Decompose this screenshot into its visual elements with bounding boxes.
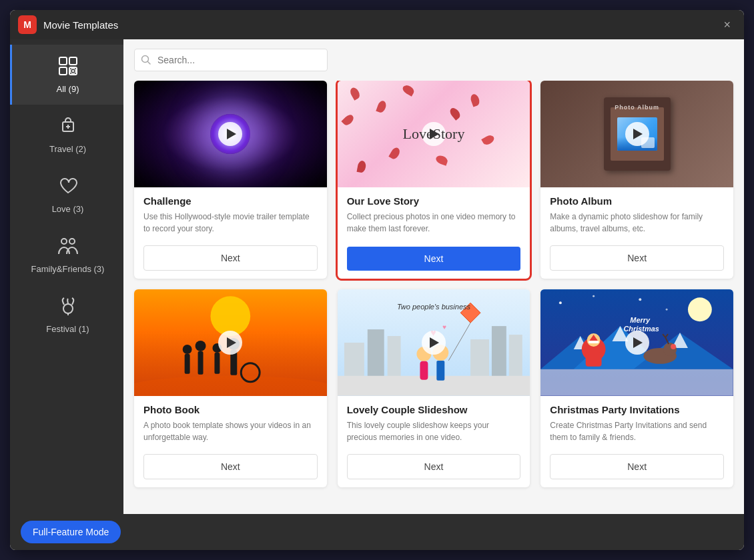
festival-icon: [57, 295, 79, 320]
templates-grid: Challenge Use this Hollywood-style movie…: [123, 81, 744, 514]
template-footer-photobook: Next: [134, 449, 327, 487]
template-footer-christmas: Next: [540, 449, 733, 487]
svg-point-47: [639, 298, 642, 301]
content-area: Challenge Use this Hollywood-style movie…: [123, 39, 744, 514]
template-name-album: Photo Album: [550, 195, 724, 207]
thumb-photobook: [134, 289, 327, 396]
template-card-photobook: Photo Book A photo book template shows y…: [134, 289, 327, 487]
bottom-bar: Full-Feature Mode: [10, 514, 744, 550]
app-logo: M: [18, 15, 37, 34]
svg-point-10: [61, 239, 67, 244]
svg-text:Merry: Merry: [631, 316, 651, 324]
play-button-photobook[interactable]: [218, 331, 242, 355]
template-card-album: Photo Album Photo Album Ma: [540, 81, 733, 279]
template-desc-challenge: Use this Hollywood-style movie trailer t…: [143, 211, 318, 235]
template-name-photobook: Photo Book: [143, 404, 318, 415]
svg-rect-38: [420, 361, 428, 380]
petal: [481, 133, 496, 146]
next-button-album[interactable]: Next: [550, 245, 724, 271]
svg-point-12: [63, 304, 73, 313]
sidebar-item-all[interactable]: All (9): [10, 45, 123, 105]
template-info-photobook: Photo Book A photo book template shows y…: [134, 396, 327, 449]
next-button-couple[interactable]: Next: [347, 454, 521, 479]
petal: [401, 83, 416, 96]
svg-point-18: [183, 345, 192, 354]
sidebar-item-festival[interactable]: Festival (1): [10, 285, 123, 345]
thumb-lovestory: LoveStory: [338, 81, 530, 187]
template-desc-couple: This lovely couple slideshow keeps your …: [347, 419, 521, 443]
template-footer-challenge: Next: [134, 240, 327, 279]
template-info-christmas: Christmas Party Invitations Create Chris…: [540, 396, 733, 449]
petal: [341, 113, 355, 127]
template-footer-lovestory: Next: [338, 241, 530, 279]
svg-point-63: [671, 344, 676, 349]
sidebar: All (9) Travel (2): [10, 39, 123, 514]
album-label-text: Photo Album: [615, 104, 659, 111]
svg-rect-2: [59, 67, 67, 75]
movie-templates-dialog: M Movie Templates × Al: [10, 10, 744, 550]
template-card-christmas: Merry Christmas Christmas Party Invitati…: [540, 289, 733, 487]
svg-point-20: [196, 341, 206, 351]
sidebar-item-travel[interactable]: Travel (2): [10, 105, 123, 165]
petal: [348, 86, 361, 101]
play-button-christmas[interactable]: [625, 331, 649, 355]
sidebar-love-label: Love (3): [52, 204, 84, 214]
search-bar: [123, 39, 744, 81]
svg-text:♥: ♥: [442, 323, 446, 331]
template-footer-album: Next: [540, 240, 733, 279]
search-input[interactable]: [134, 49, 328, 71]
dialog-title: Movie Templates: [43, 19, 718, 31]
svg-rect-19: [185, 354, 190, 374]
template-desc-photobook: A photo book template shows your videos …: [143, 419, 318, 443]
svg-rect-58: [586, 352, 602, 367]
svg-point-45: [559, 301, 562, 304]
svg-rect-23: [214, 353, 220, 374]
svg-rect-60: [589, 341, 599, 343]
lovestory-title-text: LoveStory: [403, 125, 465, 143]
next-button-challenge[interactable]: Next: [143, 245, 318, 271]
template-desc-christmas: Create Christmas Party Invitations and s…: [550, 419, 724, 443]
svg-point-46: [593, 295, 595, 297]
svg-rect-1: [69, 57, 77, 65]
love-icon: [57, 175, 79, 200]
thumb-couple: ♥ ♥ Two people's business: [338, 289, 530, 396]
template-info-album: Photo Album Make a dynamic photo slidesh…: [540, 187, 733, 240]
petal: [356, 160, 366, 173]
template-desc-lovestory: Collect precious photos in one video mem…: [347, 211, 521, 235]
play-button-couple[interactable]: [422, 331, 446, 355]
full-feature-button[interactable]: Full-Feature Mode: [21, 521, 121, 543]
sidebar-item-family[interactable]: Family&Friends (3): [10, 225, 123, 285]
titlebar: M Movie Templates ×: [10, 10, 744, 39]
couple-title-text: Two people's business: [397, 303, 470, 311]
thumb-album: Photo Album: [540, 81, 733, 187]
main-content: All (9) Travel (2): [10, 39, 744, 514]
svg-rect-0: [59, 57, 67, 65]
all-icon: [57, 55, 79, 80]
play-button-album[interactable]: [625, 122, 649, 146]
svg-point-17: [134, 376, 327, 396]
svg-point-44: [688, 297, 712, 321]
next-button-christmas[interactable]: Next: [550, 454, 724, 479]
svg-rect-21: [198, 351, 204, 375]
svg-rect-34: [338, 376, 530, 396]
travel-icon: [57, 115, 79, 140]
template-name-christmas: Christmas Party Invitations: [550, 404, 724, 415]
template-card-lovestory: LoveStory Our Love Story Collect preciou…: [338, 81, 530, 279]
template-footer-couple: Next: [338, 449, 530, 487]
sidebar-festival-label: Festival (1): [46, 324, 89, 334]
next-button-lovestory[interactable]: Next: [347, 247, 521, 271]
next-button-photobook[interactable]: Next: [143, 454, 318, 479]
sidebar-all-label: All (9): [57, 84, 79, 94]
template-info-couple: Lovely Couple Slideshow This lovely coup…: [338, 396, 530, 449]
sidebar-family-label: Family&Friends (3): [31, 264, 105, 274]
petal: [376, 99, 387, 113]
family-icon: [56, 235, 80, 260]
petal: [469, 93, 480, 107]
sidebar-item-love[interactable]: Love (3): [10, 165, 123, 225]
template-desc-album: Make a dynamic photo slideshow for famil…: [550, 211, 724, 235]
template-card-challenge: Challenge Use this Hollywood-style movie…: [134, 81, 327, 279]
template-name-lovestory: Our Love Story: [347, 195, 521, 207]
petal: [434, 154, 448, 165]
close-button[interactable]: ×: [718, 15, 736, 35]
play-button-challenge[interactable]: [218, 122, 242, 146]
